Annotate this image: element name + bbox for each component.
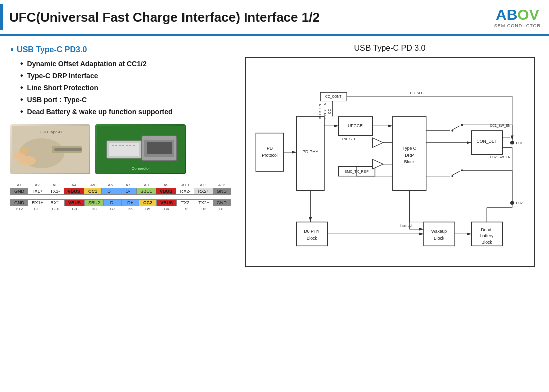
svg-point-102	[451, 175, 453, 177]
svg-rect-12	[115, 145, 117, 146]
svg-text:↓CC2_SW_EN: ↓CC2_SW_EN	[488, 155, 510, 159]
svg-text:UFCCR: UFCCR	[348, 123, 363, 128]
list-item-5: Dead Battery & wake up function supporte…	[20, 107, 231, 116]
svg-rect-13	[119, 145, 121, 146]
logo-subtitle: SEMICONDUCTOR	[494, 23, 541, 28]
svg-rect-15	[126, 145, 128, 146]
svg-text:CC: CC	[328, 109, 331, 114]
svg-text:Type C: Type C	[402, 146, 416, 151]
svg-text:Wakeup: Wakeup	[431, 229, 446, 234]
cable-image: USB Type-C	[10, 124, 90, 174]
svg-text:RX_SEL: RX_SEL	[342, 137, 356, 141]
svg-point-98	[461, 124, 463, 126]
svg-point-104	[461, 169, 463, 171]
list-item-3: Line Short Protection	[20, 83, 231, 92]
pin-table-b-labels: GND RX1+ RX1- VBUS SBU2 D- D+ CC2 VBUS T…	[10, 199, 231, 212]
section-heading: USB Type-C PD3.0	[10, 44, 231, 55]
svg-line-103	[452, 171, 459, 175]
svg-rect-14	[122, 145, 124, 146]
connector-exploded-image: Connector	[95, 124, 186, 174]
svg-text:D0 PHY: D0 PHY	[304, 229, 319, 234]
svg-rect-39	[423, 222, 454, 246]
svg-text:Connector: Connector	[131, 166, 150, 171]
svg-text:↑CC1_SW_EN: ↑CC1_SW_EN	[488, 124, 510, 128]
main-content: USB Type-C PD3.0 Dynamic Offset Adaptati…	[0, 44, 549, 267]
svg-rect-16	[129, 145, 131, 146]
svg-text:C_PHY_EN: C_PHY_EN	[323, 103, 327, 120]
block-diagram-svg: PD Protocol PD PHY UFCCR RX_SEL Type C D…	[252, 64, 528, 260]
svg-marker-91	[466, 233, 471, 236]
svg-marker-70	[372, 159, 383, 169]
page-title: UFC(Universal Fast Charge Interface) Int…	[9, 10, 488, 25]
svg-rect-36	[296, 222, 327, 246]
svg-text:Block: Block	[481, 240, 492, 245]
svg-rect-17	[133, 145, 135, 146]
svg-marker-68	[372, 138, 383, 147]
svg-point-96	[451, 130, 453, 132]
svg-text:Dead-: Dead-	[481, 227, 493, 232]
list-item-2: Type-C DRP Interface	[20, 71, 231, 80]
svg-marker-108	[309, 217, 312, 222]
svg-rect-11	[112, 145, 114, 146]
svg-text:CC_CONT: CC_CONT	[325, 95, 341, 99]
logo-v: V	[529, 6, 539, 23]
connector-images: USB Type-C	[10, 124, 231, 174]
svg-text:Interrupt: Interrupt	[400, 224, 412, 228]
svg-line-97	[452, 126, 459, 130]
svg-text:USB Type-C: USB Type-C	[39, 130, 62, 134]
svg-text:battery: battery	[480, 233, 493, 238]
logo-a: A	[496, 6, 507, 23]
svg-text:CON_DET: CON_DET	[476, 139, 497, 144]
svg-text:PD: PD	[267, 146, 273, 151]
svg-text:Block: Block	[434, 236, 445, 241]
svg-rect-22	[256, 133, 283, 171]
svg-marker-65	[388, 124, 393, 127]
logo-o: O	[517, 6, 529, 23]
right-panel: USB Type-C PD 3.0 PD Protocol PD PHY UFC…	[241, 44, 539, 267]
list-item-4: USB port : Type-C	[20, 95, 231, 104]
feature-list: Dynamic Offset Adaptation at CC1/2 Type-…	[20, 59, 231, 116]
abov-logo: A B O V SEMICONDUCTOR	[494, 6, 541, 28]
page-header: UFC(Universal Fast Charge Interface) Int…	[0, 0, 549, 36]
svg-marker-75	[466, 141, 471, 144]
svg-text:Block: Block	[404, 159, 415, 164]
logo-b: B	[507, 6, 518, 23]
svg-rect-3	[54, 148, 82, 151]
header-accent-bar	[0, 4, 3, 30]
svg-point-6	[19, 147, 29, 154]
block-diagram-container: PD Protocol PD PHY UFCCR RX_SEL Type C D…	[245, 57, 535, 267]
pin-tables: A1A2A3A4A5A6 A7A8A9A10A11A12 GND TX1+ TX…	[10, 182, 231, 212]
diagram-title: USB Type-C PD 3.0	[241, 44, 539, 53]
svg-rect-20	[147, 142, 172, 154]
svg-marker-67	[334, 124, 339, 127]
svg-text:BLCK_EN: BLCK_EN	[318, 104, 322, 119]
svg-text:Protocol: Protocol	[262, 153, 278, 158]
svg-text:PD PHY: PD PHY	[302, 149, 318, 154]
svg-marker-63	[292, 151, 297, 154]
pin-table-a-numbers: A1A2A3A4A5A6 A7A8A9A10A11A12 GND TX1+ TX…	[10, 182, 231, 195]
svg-marker-89	[419, 233, 424, 236]
list-item-1: Dynamic Offset Adaptation at CC1/2	[20, 59, 231, 68]
svg-text:Block: Block	[306, 236, 317, 241]
svg-text:CC2: CC2	[516, 201, 523, 205]
svg-text:CC_SEL: CC_SEL	[410, 91, 423, 95]
left-panel: USB Type-C PD3.0 Dynamic Offset Adaptati…	[10, 44, 231, 267]
svg-text:DRP: DRP	[405, 153, 414, 158]
svg-text:CC1: CC1	[516, 141, 523, 145]
